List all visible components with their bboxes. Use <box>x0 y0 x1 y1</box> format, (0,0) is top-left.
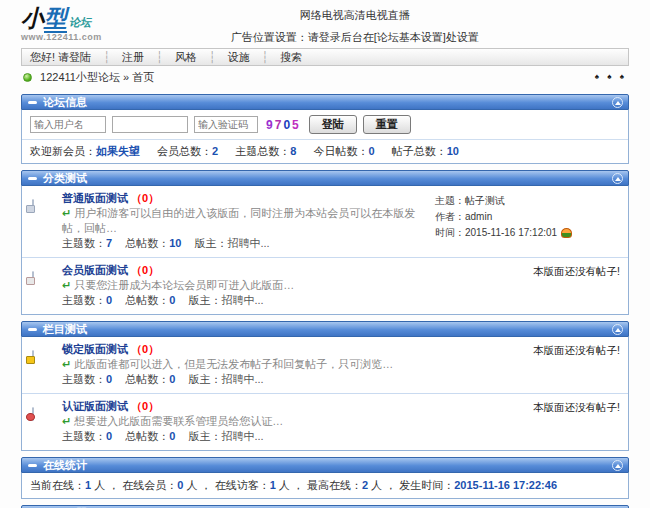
corner-glyphs[interactable]: ♠ ♠ ♠ <box>595 66 627 88</box>
breadcrumb-page[interactable]: 首页 <box>132 71 154 83</box>
section-title: 在线统计 <box>43 458 87 472</box>
stat-value: 0 <box>368 145 374 157</box>
collapse-icon[interactable] <box>612 173 623 184</box>
moderator-value: 招聘中... <box>228 237 270 249</box>
forum-description: 只要您注册成为本论坛会员即可进入此版面… <box>74 279 294 291</box>
collapse-icon[interactable] <box>612 460 623 471</box>
forum-link[interactable]: 锁定版面测试 <box>62 343 128 355</box>
online-stats-row: 当前在线：1 人 ， 在线会员：0 人 ， 在线访客：1 人 ， 最高在线：2 … <box>21 473 629 499</box>
forum-row-member: 会员版面测试 （0） ↵只要您注册成为本论坛会员即可进入此版面… 主题数：0 总… <box>22 257 628 314</box>
username-input[interactable] <box>30 116 106 133</box>
posts-label: 总帖数： <box>125 294 169 306</box>
moderator-value: 招聘中... <box>221 294 263 306</box>
nav-item-search[interactable]: 搜索 <box>280 51 302 63</box>
no-posts-notice: 本版面还没有帖子! <box>435 399 620 444</box>
forum-link[interactable]: 普通版面测试 <box>62 192 128 204</box>
new-post-count: （0） <box>131 343 159 355</box>
forum-info-panel: 9705 登陆 重置 欢迎新会员：如果失望 会员总数：2 主题总数：8 今日帖数… <box>21 110 629 164</box>
nav-item-register[interactable]: 注册 <box>122 51 144 63</box>
login-link[interactable]: 您好! 请登陆 <box>30 51 91 63</box>
online-value: 2015-11-16 17:22:46 <box>454 479 557 491</box>
dash-icon <box>28 328 37 331</box>
top-nav: 您好! 请登陆 ┆ 注册 ┆ 风格 ┆ 设施 ┆ 搜索 <box>21 48 629 66</box>
dash-icon <box>28 177 37 180</box>
section-title: 分类测试 <box>43 171 87 185</box>
stat-value: 2 <box>212 145 218 157</box>
posts-label: 总帖数： <box>125 373 169 385</box>
reset-button[interactable]: 重置 <box>363 115 411 134</box>
new-member-link[interactable]: 如果失望 <box>96 145 140 157</box>
forum-description: 用户和游客可以自由的进入该版面，同时注册为本站会员可以在本版发帖，回帖… <box>62 207 415 234</box>
forum-link[interactable]: 认证版面测试 <box>62 400 128 412</box>
category-panel: 普通版面测试 （0） ↵用户和游客可以自由的进入该版面，同时注册为本站会员可以在… <box>21 186 629 315</box>
folder-icon <box>32 407 34 421</box>
topics-count: 0 <box>106 373 112 385</box>
posts-count: 0 <box>169 373 175 385</box>
collapse-icon[interactable] <box>612 97 623 108</box>
reply-arrow-icon: ↵ <box>62 358 71 370</box>
dash-icon <box>28 464 37 467</box>
breadcrumb-site[interactable]: 122411小型论坛 <box>40 71 120 83</box>
forum-stats: 欢迎新会员：如果失望 会员总数：2 主题总数：8 今日帖数：0 帖子总数：10 <box>22 140 628 163</box>
section-column-test: 栏目测试 锁定版面测试 （0） ↵此版面谁都可以进入，但是无法发布帖子和回复帖子… <box>21 321 629 451</box>
folder-icon <box>32 199 34 213</box>
topics-label: 主题数： <box>62 237 106 249</box>
forum-link[interactable]: 会员版面测试 <box>62 264 128 276</box>
moderator-value: 招聘中... <box>221 373 263 385</box>
header: 小型论坛 www.122411.com 网络电视高清电视直播 广告位置设置：请登… <box>21 4 629 48</box>
nav-separator: ┆ <box>103 51 110 63</box>
new-post-count: （0） <box>131 400 159 412</box>
stat-label: 会员总数： <box>157 145 212 157</box>
mushroom-icon <box>561 228 572 238</box>
topics-label: 主题数： <box>62 373 106 385</box>
locked-folder-icon <box>32 350 34 364</box>
password-input[interactable] <box>112 116 188 133</box>
moderator-label: 版主： <box>195 237 228 249</box>
stat-value: 8 <box>290 145 296 157</box>
moderator-value: 招聘中... <box>221 430 263 442</box>
no-posts-notice: 本版面还没有帖子! <box>435 342 620 387</box>
logo-char-2: 型 <box>44 4 67 33</box>
captcha-input[interactable] <box>194 116 258 133</box>
stat-label: 帖子总数： <box>392 145 447 157</box>
section-header-column-test: 栏目测试 <box>21 321 629 337</box>
nav-item-facilities[interactable]: 设施 <box>227 51 249 63</box>
ad-link[interactable]: 网络电视高清电视直播 <box>231 8 479 23</box>
new-post-count: （0） <box>131 192 159 204</box>
online-label: 最高在线： <box>307 479 362 491</box>
section-online-stats: 在线统计 当前在线：1 人 ， 在线会员：0 人 ， 在线访客：1 人 ， 最高… <box>21 457 629 499</box>
forum-status-icon <box>23 73 32 82</box>
section-category-test: 分类测试 普通版面测试 （0） ↵用户和游客可以自由的进入该版面，同时注册为本站… <box>21 170 629 315</box>
posts-count: 10 <box>169 237 181 249</box>
nav-separator: ┆ <box>156 51 163 63</box>
forum-description: 想要进入此版面需要联系管理员给您认证… <box>74 415 283 427</box>
last-author-link[interactable]: admin <box>465 211 492 222</box>
dash-icon <box>28 101 37 104</box>
nav-separator: ┆ <box>261 51 268 63</box>
section-header-category-test: 分类测试 <box>21 170 629 186</box>
posts-count: 0 <box>169 294 175 306</box>
topics-label: 主题数： <box>62 294 106 306</box>
moderator-label: 版主： <box>188 294 221 306</box>
nav-item-style[interactable]: 风格 <box>175 51 197 63</box>
logo-subtitle: 论坛 <box>69 16 91 28</box>
collapse-icon[interactable] <box>612 324 623 335</box>
nav-separator: ┆ <box>209 51 216 63</box>
moderator-label: 版主： <box>188 373 221 385</box>
topics-label: 主题数： <box>62 430 106 442</box>
logo-url: www.122411.com <box>21 33 102 42</box>
login-button[interactable]: 登陆 <box>309 115 357 134</box>
forum-row-certified: 认证版面测试 （0） ↵想要进入此版面需要联系管理员给您认证… 主题数：0 总帖… <box>22 393 628 450</box>
last-topic-link[interactable]: 帖子测试 <box>465 195 505 206</box>
reply-arrow-icon: ↵ <box>62 415 71 427</box>
site-logo[interactable]: 小型论坛 www.122411.com <box>21 6 102 42</box>
section-header-forum-info: 论坛信息 <box>21 94 629 110</box>
no-posts-notice: 本版面还没有帖子! <box>435 263 620 308</box>
posts-label: 总帖数： <box>125 237 169 249</box>
online-label: 当前在线： <box>30 479 85 491</box>
online-label: 在线会员： <box>122 479 177 491</box>
moderator-label: 版主： <box>188 430 221 442</box>
ad-area: 网络电视高清电视直播 广告位置设置：请登录后台在[论坛基本设置]处设置 <box>231 8 479 45</box>
topics-count: 7 <box>106 237 112 249</box>
column-panel: 锁定版面测试 （0） ↵此版面谁都可以进入，但是无法发布帖子和回复帖子，只可浏览… <box>21 337 629 451</box>
